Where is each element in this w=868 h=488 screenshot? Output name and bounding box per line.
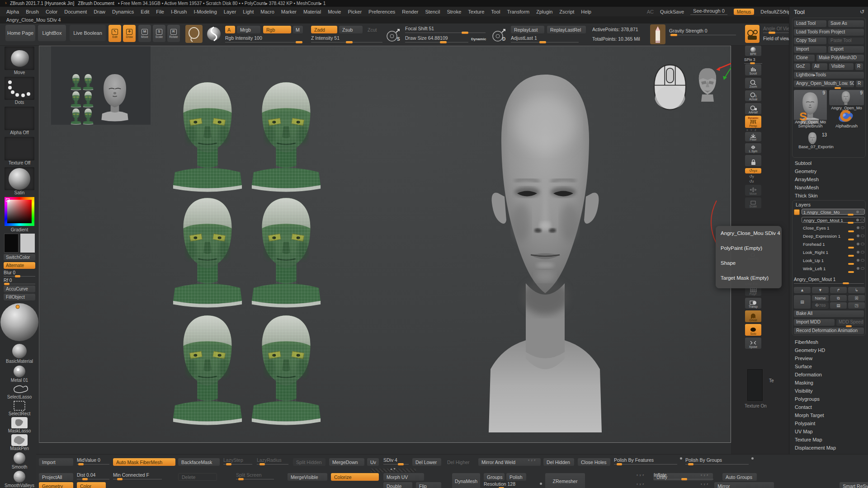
selectrect-icon[interactable]	[10, 400, 28, 411]
midvalue-slider[interactable]: MidValue 0	[77, 457, 109, 465]
alternate-button[interactable]: Alternate	[4, 262, 35, 269]
spix-slider[interactable]: SPix 3	[744, 57, 762, 64]
overlay-row[interactable]: Angry_Close_Mou SDiv 4	[721, 230, 782, 245]
focal-icon[interactable]: S	[385, 26, 401, 43]
close-holes-button[interactable]: Close Holes	[578, 458, 610, 466]
menu-item[interactable]: Tool	[491, 9, 500, 14]
goz-button[interactable]: GoZ	[794, 63, 810, 70]
a-button[interactable]: A	[225, 26, 235, 33]
copy-tool-button[interactable]: Copy Tool	[794, 38, 826, 44]
all-button[interactable]: All	[812, 63, 827, 70]
tool-section-row[interactable]: Contact	[795, 404, 851, 410]
tool-section-row[interactable]: Subtool	[795, 160, 819, 166]
flip-button[interactable]: Flip	[416, 482, 441, 488]
tool-section-row[interactable]: NanoMesh	[795, 185, 819, 191]
base-thumb[interactable]	[806, 131, 819, 144]
tool-refresh-icon[interactable]: ↺	[860, 9, 864, 15]
camera-button[interactable]	[745, 25, 760, 43]
gravity-slider[interactable]: Gravity Strength 0	[669, 28, 736, 35]
del-hidden-button[interactable]: Del Hidden	[543, 458, 574, 466]
replay-lastrel-button[interactable]: ReplayLastRel	[547, 26, 586, 33]
ghost-button[interactable]: Ghost	[745, 310, 761, 322]
tool-section-row[interactable]: Preview	[795, 356, 851, 361]
layer-new-button[interactable]: ▤	[794, 295, 811, 309]
texture-thumb[interactable]	[747, 369, 763, 401]
dots-preview[interactable]	[5, 77, 34, 100]
geometry-tab-button[interactable]: Geometry	[39, 482, 73, 488]
projectall-button[interactable]: ProjectAll	[39, 473, 73, 481]
bpr-button[interactable]: BPR	[745, 46, 761, 56]
mergevisible-button[interactable]: MergeVisible	[288, 473, 327, 481]
dist-slider[interactable]: Dist 0.04	[77, 472, 109, 479]
mrgb-button[interactable]: Mrgb	[237, 26, 260, 33]
double-button[interactable]: Double	[383, 482, 412, 488]
masklasso-thumb[interactable]	[9, 417, 29, 429]
menu-item[interactable]: I-Modeling	[193, 9, 217, 14]
menu-item[interactable]: Edit	[141, 9, 149, 14]
aahalf-button[interactable]: AAHalf	[745, 103, 761, 114]
layer-split-button[interactable]: ▤	[830, 302, 847, 309]
draw-size-slider[interactable]: Draw Size 64.88109	[405, 35, 468, 42]
switchcolor-button[interactable]: SwitchColor	[4, 254, 35, 261]
live-boolean-button[interactable]: Live Boolean	[70, 25, 106, 41]
menu-item[interactable]: Preferences	[368, 9, 395, 14]
qxyz-button[interactable]: ↺xyz	[745, 168, 761, 174]
split-hidden-button[interactable]: Split Hidden	[293, 458, 326, 466]
lazyradius-slider[interactable]: LazyRadius	[257, 457, 288, 465]
accucurve-button[interactable]: AccuCurve	[4, 286, 35, 292]
mergedown-button[interactable]: MergeDown	[329, 458, 364, 466]
tool-section-row[interactable]: Texture Map	[795, 437, 851, 443]
layer-row[interactable]: Look_Up 1	[802, 258, 865, 263]
polish-groups-slider[interactable]: Polish By Groups	[685, 457, 749, 465]
menu-item[interactable]: Help	[581, 9, 591, 14]
layer-fork-button[interactable]: ↳	[848, 287, 865, 293]
maskpen-thumb[interactable]	[9, 434, 29, 446]
alpha-button[interactable]	[205, 25, 222, 43]
draw-button[interactable]: ✛Draw	[123, 25, 136, 42]
menu-item[interactable]: Light	[243, 9, 254, 14]
load-tools-project-button[interactable]: Load Tools From Project	[794, 29, 864, 36]
smartresym-axis[interactable]: x y z	[701, 483, 867, 485]
split-screen-slider[interactable]: Split Screen	[236, 472, 274, 479]
uv-button[interactable]: Uv	[367, 458, 379, 466]
menu-item[interactable]: Layer	[224, 9, 236, 14]
tool-section-row[interactable]: Morph Target	[795, 413, 851, 418]
menu-item[interactable]: Material	[303, 9, 321, 14]
solo-button[interactable]: Solo	[745, 324, 761, 336]
sculpt-head[interactable]	[484, 71, 606, 432]
zcut-button[interactable]: Zcut	[364, 26, 382, 33]
menu-item[interactable]: Picker	[348, 9, 362, 14]
r2-button[interactable]: R	[856, 80, 863, 87]
menu-item[interactable]: Marker	[281, 9, 297, 14]
rotate-button[interactable]: RRotate	[167, 25, 180, 42]
record-deformation-button[interactable]: Record Deformation Animation	[794, 328, 864, 334]
colorize-button[interactable]: Colorize	[331, 473, 379, 481]
morph-uv-button[interactable]: Morph UV	[383, 473, 424, 481]
import-mdd-button[interactable]: Import MDD	[794, 319, 835, 326]
move-button[interactable]: MMove	[138, 25, 151, 42]
layer-down-button[interactable]: ▼	[812, 287, 829, 293]
menu-item[interactable]: Stencil	[425, 9, 440, 14]
metal01-sphere[interactable]	[13, 365, 26, 378]
scroll-button[interactable]: Scroll	[745, 64, 761, 75]
gradient-label[interactable]: Gradient	[11, 227, 28, 232]
current-material-sphere[interactable]	[0, 302, 38, 342]
menu-item[interactable]: Zplugin	[536, 9, 552, 14]
seethrough-slider[interactable]: See-through 0	[690, 8, 727, 15]
delete-button[interactable]: Delete	[178, 473, 217, 481]
tool-section-row[interactable]: Surface	[795, 364, 851, 370]
menu-item[interactable]: Render	[402, 9, 418, 14]
dynamesh-button[interactable]: DynaMesh	[452, 473, 480, 488]
fillobject-button[interactable]: FillObject	[4, 294, 35, 300]
menu-item[interactable]: Movie	[328, 9, 341, 14]
tool-section-row[interactable]: Geometry HD	[795, 347, 851, 353]
active-tool-slider[interactable]: Angry_Open_Mouth_Low. 50	[794, 80, 854, 87]
zremesher-button[interactable]: ZRemesher	[545, 473, 585, 488]
autogroups-button[interactable]: Auto Groups	[722, 473, 757, 481]
r-button[interactable]: R	[855, 63, 863, 70]
camera-lock-button[interactable]	[745, 155, 761, 166]
rgb-button[interactable]: Rgb	[263, 26, 291, 33]
tool-section-row[interactable]: Masking	[795, 380, 851, 386]
lightbox-tools-button[interactable]: Lightbox▸Tools	[794, 72, 864, 79]
layer-redo-button[interactable]: ↱	[830, 287, 847, 293]
